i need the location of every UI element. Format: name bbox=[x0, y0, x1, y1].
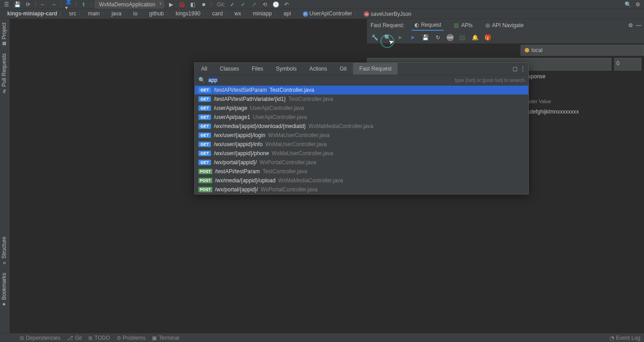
send-icon[interactable]: ➤ bbox=[396, 33, 404, 42]
sb-dependencies[interactable]: ⧉ Dependencies bbox=[20, 335, 61, 341]
crumb[interactable]: io bbox=[131, 10, 146, 17]
doc-icon[interactable]: ▯▯ bbox=[458, 33, 466, 42]
env-selector[interactable]: local bbox=[521, 45, 644, 56]
breadcrumb: kings-miniapp-card src main java io gith… bbox=[0, 9, 644, 19]
se-result-row[interactable]: POST/wx/portal/{appid}/ WxPortalControll… bbox=[195, 185, 528, 194]
crumb[interactable]: kings-miniapp-card bbox=[5, 10, 66, 17]
se-result-file: TestController.java bbox=[269, 87, 314, 93]
sidebar-tab-structure[interactable]: ≡Structure bbox=[0, 233, 8, 269]
open-icon[interactable]: ☰ bbox=[3, 1, 10, 8]
filter-icon[interactable]: ⋮ bbox=[520, 66, 526, 72]
user-icon[interactable]: 👤▾ bbox=[65, 1, 72, 8]
search-everywhere-icon[interactable]: 🔍 bbox=[624, 1, 631, 8]
search-icon[interactable]: 🔍 bbox=[383, 33, 391, 42]
sidebar-tab-project[interactable]: ▦Project bbox=[0, 19, 8, 50]
wrench-icon[interactable]: 🔧 bbox=[371, 33, 379, 42]
send-download-icon[interactable]: ➤ bbox=[409, 33, 417, 42]
left-tool-strip: ▦Project ⇋Pull Requests ≡Structure ★Book… bbox=[0, 19, 10, 333]
se-result-row[interactable]: GET/userApi/page UserApiController.java bbox=[195, 104, 528, 113]
se-result-row[interactable]: GET/wx/media/{appid}/download/{mediaId} … bbox=[195, 122, 528, 131]
fast-request-label: Fast Request: bbox=[371, 22, 404, 28]
crumb[interactable]: main bbox=[85, 10, 109, 17]
back-icon[interactable]: ← bbox=[39, 1, 47, 8]
crumb[interactable]: kings1990 bbox=[173, 10, 210, 17]
http-method-badge: GET bbox=[198, 105, 211, 111]
se-result-row[interactable]: POST/testAPi/testParam TestController.ja… bbox=[195, 167, 528, 176]
git-commit-icon[interactable]: ✔ bbox=[240, 1, 247, 8]
target-icon: ◎ bbox=[485, 22, 490, 28]
crumb[interactable]: card bbox=[209, 10, 231, 17]
se-result-row[interactable]: GET/testAPi/testPathVariable/{id1} TestC… bbox=[195, 95, 528, 104]
curl-icon[interactable]: curl bbox=[447, 34, 454, 41]
se-search-input[interactable]: app bbox=[208, 77, 218, 83]
run-icon[interactable]: ▶ bbox=[168, 1, 175, 8]
se-result-path: /wx/media/{appid}/download/{mediaId} bbox=[214, 123, 306, 129]
tab-apis[interactable]: ▥ APIs bbox=[451, 20, 475, 30]
bell-icon[interactable]: 🔔 bbox=[471, 33, 479, 42]
se-result-row[interactable]: GET/testAPi/testSetParam TestController.… bbox=[195, 86, 528, 95]
crumb[interactable]: src bbox=[66, 10, 85, 17]
hammer-icon[interactable]: ⬆ bbox=[80, 1, 87, 8]
se-result-row[interactable]: GET/wx/portal/{appid}/ WxPortalControlle… bbox=[195, 158, 528, 167]
http-method-badge: GET bbox=[198, 114, 211, 120]
git-rollback-icon[interactable]: ↶ bbox=[283, 1, 290, 8]
crumb-class[interactable]: CUserApiController bbox=[300, 10, 362, 17]
tab-api-navigate[interactable]: ◎ API Navigate bbox=[483, 20, 526, 30]
se-hint: type [/url] or [post /url] to search bbox=[455, 77, 525, 83]
git-history-icon[interactable]: ⟲ bbox=[261, 1, 268, 8]
se-result-row[interactable]: GET/wx/user/{appid}/phone WxMaUserContro… bbox=[195, 149, 528, 158]
se-result-file: WxPortalController.java bbox=[259, 159, 316, 166]
se-tab-symbols[interactable]: Symbols bbox=[269, 63, 303, 75]
forward-icon[interactable]: → bbox=[50, 1, 57, 8]
se-result-row[interactable]: GET/userApi/page1 UserApiController.java bbox=[195, 113, 528, 122]
crumb[interactable]: miniapp bbox=[250, 10, 281, 17]
crumb[interactable]: api bbox=[281, 10, 300, 17]
coverage-icon[interactable]: ◧ bbox=[189, 1, 197, 8]
se-result-row[interactable]: GET/wx/user/{appid}/login WxMaUserContro… bbox=[195, 131, 528, 140]
run-config-selector[interactable]: WxMaDemoApplication bbox=[95, 0, 164, 9]
env-dot-icon bbox=[525, 48, 529, 52]
se-tab-classes[interactable]: Classes bbox=[213, 63, 245, 75]
se-result-row[interactable]: GET/wx/user/{appid}/info WxMaUserControl… bbox=[195, 140, 528, 149]
header-value: abcdefghijklmnxxxxxxxx bbox=[517, 109, 644, 115]
git-clock-icon[interactable]: 🕓 bbox=[272, 1, 279, 8]
gear-icon[interactable]: ⚙ bbox=[628, 22, 633, 28]
sidebar-tab-bookmarks[interactable]: ★Bookmarks bbox=[0, 269, 8, 310]
minimize-icon[interactable]: — bbox=[636, 22, 641, 28]
redo-icon[interactable]: ↻ bbox=[434, 33, 442, 42]
se-result-file: WxMaUserController.java bbox=[265, 141, 327, 147]
debug-icon[interactable]: 🐞 bbox=[179, 1, 186, 8]
git-push-icon[interactable]: ↗ bbox=[250, 1, 258, 8]
http-method-badge: POST bbox=[198, 187, 212, 192]
se-tab-actions[interactable]: Actions bbox=[303, 63, 333, 75]
gift-icon[interactable]: 🎁 bbox=[484, 33, 492, 42]
crumb[interactable]: java bbox=[109, 10, 131, 17]
se-result-path: /userApi/page bbox=[214, 105, 247, 111]
header-value-label: Header Value bbox=[517, 99, 644, 104]
sb-eventlog[interactable]: ◔ Event Log bbox=[610, 335, 640, 341]
crumb-method[interactable]: msaveUserByJson bbox=[361, 11, 414, 17]
stop-icon[interactable]: ■ bbox=[200, 1, 207, 8]
git-update-icon[interactable]: ✓ bbox=[229, 1, 236, 8]
se-tab-all[interactable]: All bbox=[195, 63, 213, 75]
http-method-badge: GET bbox=[198, 124, 211, 129]
sb-problems[interactable]: ⊘ Problems bbox=[117, 335, 146, 341]
se-tab-files[interactable]: Files bbox=[245, 63, 269, 75]
crumb[interactable]: github bbox=[146, 10, 173, 17]
sb-todo[interactable]: ≣ TODO bbox=[88, 335, 110, 341]
preview-icon[interactable]: ▢ bbox=[512, 66, 517, 72]
settings-icon[interactable]: ⚙ bbox=[634, 1, 641, 8]
sync-icon[interactable]: ⟳ bbox=[24, 1, 32, 8]
save-icon[interactable]: 💾 bbox=[421, 33, 429, 42]
se-result-path: /wx/portal/{appid}/ bbox=[214, 159, 257, 166]
crumb[interactable]: wx bbox=[232, 10, 250, 17]
sidebar-tab-pullrequests[interactable]: ⇋Pull Requests bbox=[0, 50, 8, 97]
timeout-input[interactable]: 0 bbox=[614, 58, 641, 71]
save-icon[interactable]: 💾 bbox=[14, 1, 21, 8]
se-tab-fastrequest[interactable]: Fast Request bbox=[353, 63, 398, 75]
sb-git[interactable]: ⎇ Git bbox=[67, 335, 82, 341]
se-result-row[interactable]: POST/wx/media/{appid}/upload WxMaMediaCo… bbox=[195, 176, 528, 185]
se-tab-git[interactable]: Git bbox=[334, 63, 353, 75]
tab-request[interactable]: ◐ Request bbox=[412, 20, 444, 31]
sb-terminal[interactable]: ▣ Terminal bbox=[152, 335, 179, 341]
